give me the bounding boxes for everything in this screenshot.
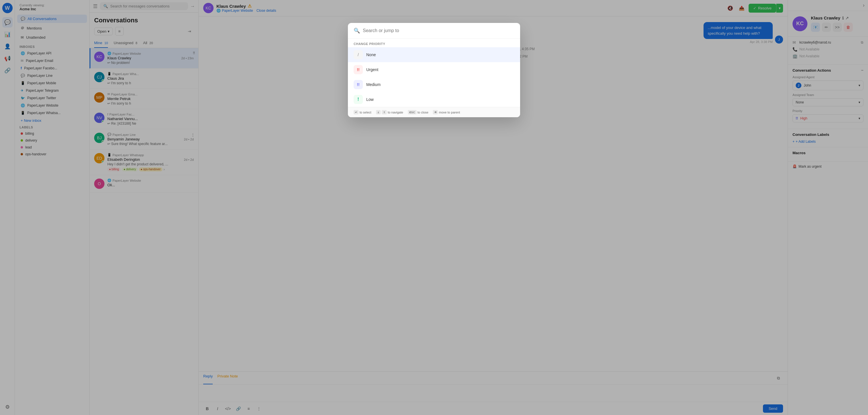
none-priority-icon: / [358, 53, 359, 57]
modal-section-label: Change Priority [348, 39, 520, 47]
modal-footer-select-hint: ↩ to select [353, 110, 371, 114]
urgent-priority-icon: !! [357, 67, 360, 72]
modal-search-input[interactable] [363, 28, 515, 33]
medium-priority-icon: !! [357, 82, 360, 87]
modal-footer-close-hint: esc to close [408, 110, 429, 114]
priority-option-medium[interactable]: !! Medium [348, 77, 520, 92]
priority-option-low[interactable]: ! Low [348, 92, 520, 107]
priority-option-none[interactable]: / None [348, 47, 520, 62]
search-modal: 🔍 Change Priority / None !! Urgent !! Me… [348, 23, 520, 117]
modal-search-icon: 🔍 [353, 28, 360, 34]
modal-overlay[interactable]: 🔍 Change Priority / None !! Urgent !! Me… [0, 0, 868, 415]
modal-footer-navigate-hint: ↓ ↑ to navigate [376, 110, 403, 114]
low-priority-icon: ! [358, 97, 359, 102]
modal-footer-parent-hint: ⌫ move to parent [433, 110, 460, 114]
priority-option-urgent[interactable]: !! Urgent [348, 62, 520, 77]
